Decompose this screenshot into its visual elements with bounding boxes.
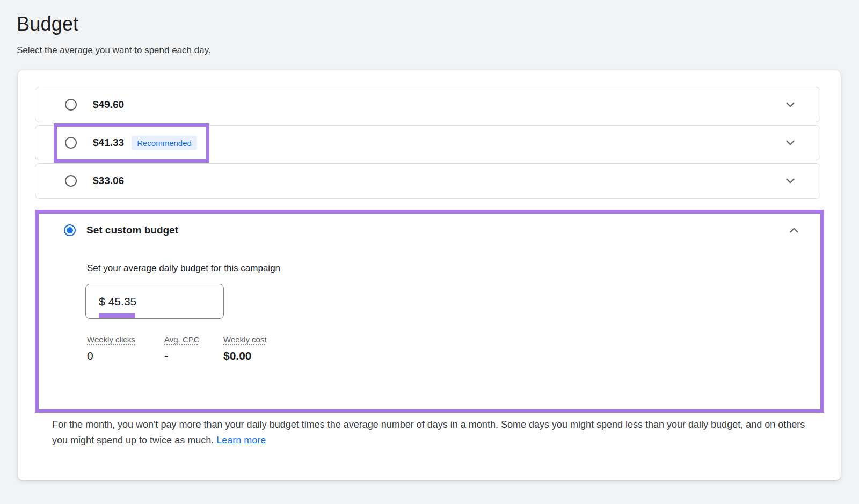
radio-unselected-icon[interactable]: [65, 99, 77, 111]
recommended-badge: Recommended: [132, 136, 197, 150]
budget-option-1[interactable]: $49.60: [35, 87, 820, 122]
radio-unselected-icon[interactable]: [65, 175, 77, 187]
stat-value: $0.00: [223, 349, 267, 362]
stat-value: -: [164, 349, 223, 362]
budget-option-2-recommended[interactable]: $41.33 Recommended: [35, 125, 820, 160]
stat-weekly-cost: Weekly cost $0.00: [223, 335, 267, 362]
custom-budget-title: Set custom budget: [86, 224, 178, 236]
radio-selected-icon[interactable]: [64, 224, 76, 236]
chevron-down-icon[interactable]: [783, 98, 797, 112]
option-price: $49.60: [93, 99, 124, 111]
stat-label-tooltip[interactable]: Weekly cost: [223, 335, 267, 344]
budget-card: $49.60 $41.33 Recommended $33.06 Set cus…: [18, 70, 841, 480]
stat-value: 0: [87, 349, 164, 362]
learn-more-link[interactable]: Learn more: [216, 435, 266, 445]
stat-weekly-clicks: Weekly clicks 0: [87, 335, 164, 362]
stat-label-tooltip[interactable]: Weekly clicks: [87, 335, 135, 344]
currency-symbol: $: [99, 295, 105, 308]
stat-avg-cpc: Avg. CPC -: [164, 335, 223, 362]
budget-amount-input[interactable]: [108, 295, 200, 308]
footer-text: For the month, you won't pay more than y…: [52, 419, 805, 445]
budget-footer-note: For the month, you won't pay more than y…: [52, 417, 821, 448]
custom-budget-header[interactable]: Set custom budget: [39, 214, 820, 237]
stat-label-tooltip[interactable]: Avg. CPC: [164, 335, 200, 344]
option-price: $33.06: [93, 175, 124, 187]
page-title: Budget: [17, 13, 859, 35]
page-header: Budget Select the average you want to sp…: [17, 13, 859, 56]
custom-budget-body: Set your average daily budget for this c…: [39, 263, 820, 362]
chevron-down-icon[interactable]: [783, 136, 797, 150]
budget-amount-field[interactable]: $: [85, 284, 224, 319]
budget-option-3[interactable]: $33.06: [35, 163, 820, 199]
chevron-up-icon[interactable]: [787, 223, 801, 237]
option-price: $41.33: [93, 137, 124, 149]
daily-budget-field-label: Set your average daily budget for this c…: [87, 263, 820, 274]
radio-unselected-icon[interactable]: [65, 137, 77, 149]
annotation-underline-amount: [99, 313, 135, 318]
page-subtitle: Select the average you want to spend eac…: [17, 45, 859, 56]
budget-stats-row: Weekly clicks 0 Avg. CPC - Weekly cost $…: [87, 335, 820, 362]
custom-budget-section: Set custom budget Set your average daily…: [35, 210, 824, 413]
chevron-down-icon[interactable]: [783, 174, 797, 188]
